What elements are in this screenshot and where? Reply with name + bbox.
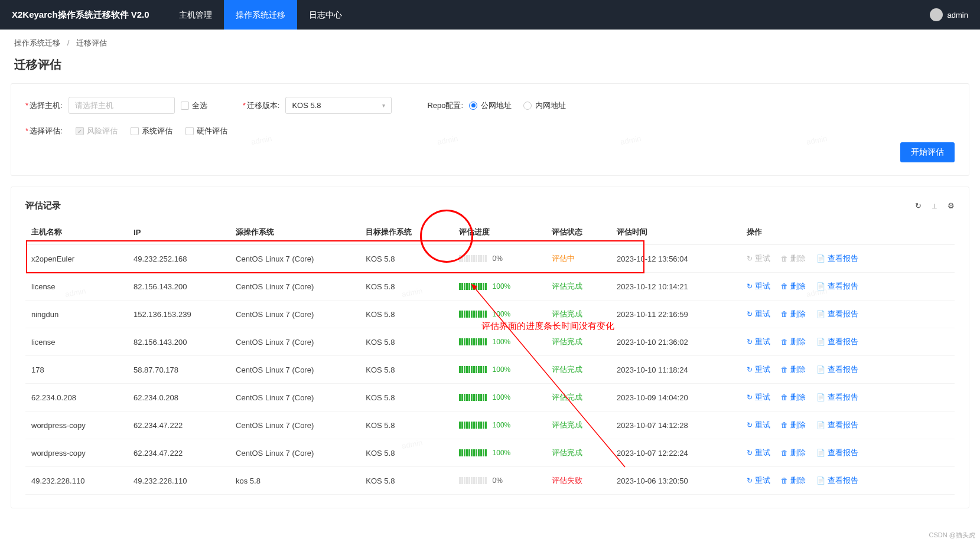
cell-time: 2023-10-12 13:56:04 xyxy=(611,245,741,273)
cell-time: 2023-10-06 13:20:50 xyxy=(611,467,741,495)
delete-icon: 🗑 xyxy=(781,365,788,374)
hardware-eval-checkbox[interactable]: 硬件评估 xyxy=(185,126,227,136)
view-report-button[interactable]: 📄查看报告 xyxy=(816,337,858,347)
report-icon: 📄 xyxy=(816,449,825,457)
report-icon: 📄 xyxy=(816,254,825,263)
cell-ip: 62.234.47.222 xyxy=(128,439,230,467)
cell-dst: KOS 5.8 xyxy=(360,356,452,384)
retry-button[interactable]: ↻重试 xyxy=(747,309,770,319)
checkbox-checked-icon: ✓ xyxy=(76,127,84,135)
retry-icon: ↻ xyxy=(747,476,753,485)
checkbox-icon xyxy=(181,102,189,110)
refresh-icon[interactable]: ↻ xyxy=(915,201,922,210)
delete-icon: 🗑 xyxy=(781,282,788,290)
report-icon: 📄 xyxy=(816,310,825,318)
view-report-button[interactable]: 📄查看报告 xyxy=(816,281,858,292)
delete-button[interactable]: 🗑删除 xyxy=(781,475,806,486)
retry-icon: ↻ xyxy=(747,254,753,263)
start-eval-button[interactable]: 开始评估 xyxy=(900,142,955,162)
cell-time: 2023-10-10 21:36:02 xyxy=(611,328,741,356)
cell-ip: 62.234.47.222 xyxy=(128,412,230,439)
cell-actions: ↻重试🗑删除📄查看报告 xyxy=(741,439,955,467)
cell-host: 178 xyxy=(25,356,128,384)
cell-status: 评估完成 xyxy=(546,273,611,301)
delete-button[interactable]: 🗑删除 xyxy=(781,337,806,347)
cell-dst: KOS 5.8 xyxy=(360,439,452,467)
view-report-button[interactable]: 📄查看报告 xyxy=(816,420,858,430)
view-report-button[interactable]: 📄查看报告 xyxy=(816,392,858,403)
cell-progress: 0% xyxy=(453,467,546,495)
top-nav: 主机管理操作系统迁移日志中心 xyxy=(167,0,354,30)
cell-host: wordpress-copy xyxy=(25,412,128,439)
repo-public-radio[interactable]: 公网地址 xyxy=(469,100,512,111)
cell-time: 2023-10-11 22:16:59 xyxy=(611,301,741,328)
view-report-button[interactable]: 📄查看报告 xyxy=(816,448,858,458)
breadcrumb-leaf: 迁移评估 xyxy=(76,38,107,47)
delete-button[interactable]: 🗑删除 xyxy=(781,364,806,375)
retry-button[interactable]: ↻重试 xyxy=(747,392,770,403)
cell-actions: ↻重试🗑删除📄查看报告 xyxy=(741,245,955,273)
table-row: x2openEuler49.232.252.168CentOS Linux 7 … xyxy=(25,245,955,273)
breadcrumb-root[interactable]: 操作系统迁移 xyxy=(14,38,60,47)
table-row: 49.232.228.11049.232.228.110kos 5.8KOS 5… xyxy=(25,467,955,495)
retry-icon: ↻ xyxy=(747,310,753,318)
report-icon: 📄 xyxy=(816,476,825,485)
cell-dst: KOS 5.8 xyxy=(360,467,452,495)
cell-progress: 100% xyxy=(453,273,546,301)
nav-item-2[interactable]: 日志中心 xyxy=(297,0,354,30)
retry-button[interactable]: ↻重试 xyxy=(747,281,770,292)
retry-button[interactable]: ↻重试 xyxy=(747,475,770,486)
cell-status: 评估完成 xyxy=(546,384,611,412)
delete-button: 🗑删除 xyxy=(781,253,806,264)
nav-item-1[interactable]: 操作系统迁移 xyxy=(224,0,297,30)
select-host-input[interactable] xyxy=(69,97,175,114)
records-table: 主机名称IP源操作系统目标操作系统评估进度评估状态评估时间操作 x2openEu… xyxy=(25,220,955,495)
select-all-checkbox[interactable]: 全选 xyxy=(181,100,207,111)
cell-dst: KOS 5.8 xyxy=(360,328,452,356)
risk-eval-checkbox[interactable]: ✓ 风险评估 xyxy=(76,126,118,136)
cell-src: CentOS Linux 7 (Core) xyxy=(230,301,360,328)
version-select[interactable]: KOS 5.8 ▾ xyxy=(285,97,392,114)
delete-button[interactable]: 🗑删除 xyxy=(781,281,806,292)
cell-actions: ↻重试🗑删除📄查看报告 xyxy=(741,412,955,439)
nav-item-0[interactable]: 主机管理 xyxy=(167,0,224,30)
table-header: 主机名称 xyxy=(25,220,128,245)
delete-button[interactable]: 🗑删除 xyxy=(781,420,806,430)
retry-button[interactable]: ↻重试 xyxy=(747,364,770,375)
breadcrumb-sep: / xyxy=(67,38,70,47)
report-icon: 📄 xyxy=(816,282,825,290)
system-eval-checkbox[interactable]: 系统评估 xyxy=(131,126,172,136)
view-report-button[interactable]: 📄查看报告 xyxy=(816,253,858,264)
cell-status: 评估完成 xyxy=(546,412,611,439)
cell-time: 2023-10-12 10:14:21 xyxy=(611,273,741,301)
view-report-button[interactable]: 📄查看报告 xyxy=(816,309,858,319)
cell-src: CentOS Linux 7 (Core) xyxy=(230,245,360,273)
view-report-button[interactable]: 📄查看报告 xyxy=(816,364,858,375)
app-brand: X2Keyarch操作系统迁移软件 V2.0 xyxy=(12,9,149,21)
cell-progress: 0% xyxy=(453,245,546,273)
cell-ip: 82.156.143.200 xyxy=(128,273,230,301)
table-header: 评估进度 xyxy=(453,220,546,245)
cell-host: x2openEuler xyxy=(25,245,128,273)
view-report-button[interactable]: 📄查看报告 xyxy=(816,475,858,486)
cell-actions: ↻重试🗑删除📄查看报告 xyxy=(741,384,955,412)
delete-button[interactable]: 🗑删除 xyxy=(781,448,806,458)
column-settings-icon[interactable]: ⟂ xyxy=(932,201,937,210)
user-menu[interactable]: admin xyxy=(930,8,968,21)
cell-src: CentOS Linux 7 (Core) xyxy=(230,439,360,467)
cell-src: CentOS Linux 7 (Core) xyxy=(230,412,360,439)
settings-icon[interactable]: ⚙ xyxy=(948,201,955,210)
version-item: *迁移版本: KOS 5.8 ▾ xyxy=(243,97,392,114)
cell-ip: 82.156.143.200 xyxy=(128,328,230,356)
repo-private-radio[interactable]: 内网地址 xyxy=(523,100,566,111)
delete-button[interactable]: 🗑删除 xyxy=(781,309,806,319)
delete-button[interactable]: 🗑删除 xyxy=(781,392,806,403)
avatar-icon xyxy=(930,8,943,21)
retry-button[interactable]: ↻重试 xyxy=(747,337,770,347)
retry-button[interactable]: ↻重试 xyxy=(747,420,770,430)
filter-panel: *选择主机: 全选 *迁移版本: KOS 5.8 ▾ Repo配置: xyxy=(11,83,969,176)
table-row: wordpress-copy62.234.47.222CentOS Linux … xyxy=(25,439,955,467)
watermark-footer: CSDN @猫头虎 xyxy=(929,531,975,540)
cell-src: CentOS Linux 7 (Core) xyxy=(230,356,360,384)
retry-button[interactable]: ↻重试 xyxy=(747,448,770,458)
